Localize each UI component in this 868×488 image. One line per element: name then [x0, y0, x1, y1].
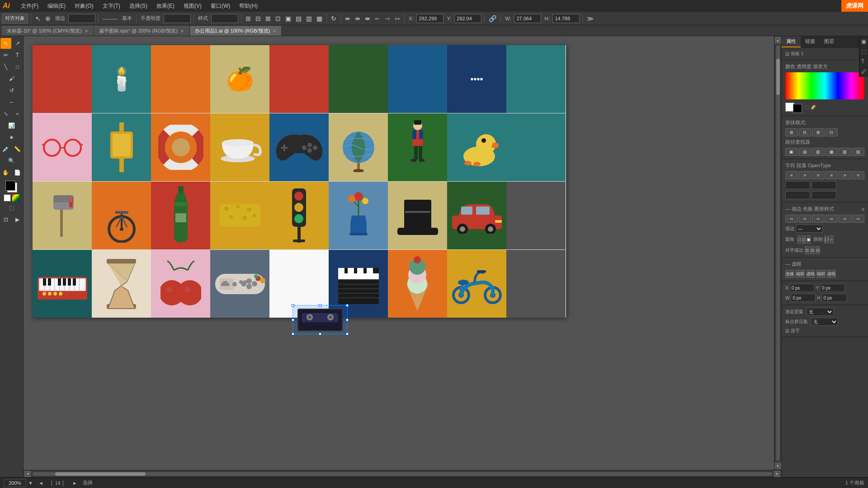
- x-pos-input[interactable]: [790, 284, 815, 292]
- tab-1-close[interactable]: ✕: [180, 28, 184, 33]
- sw-btn-4[interactable]: ═: [826, 215, 838, 223]
- char-input-3[interactable]: [785, 191, 810, 199]
- menu-object[interactable]: 对象(O): [73, 2, 95, 10]
- as-btn-1[interactable]: ⊡: [805, 246, 809, 254]
- char-input-4[interactable]: [811, 191, 836, 199]
- lock-proportions-icon[interactable]: 🔗: [487, 15, 498, 22]
- h-input[interactable]: [552, 14, 580, 23]
- dist-icon-3[interactable]: ⇼: [363, 15, 372, 22]
- right-panel-icon-3[interactable]: T: [860, 57, 867, 66]
- tab-0[interactable]: 未标题-10° @ 100% (CMYK/预览) ✕: [2, 26, 93, 36]
- align-middle-icon[interactable]: ▣: [284, 15, 292, 22]
- lim-btn-1[interactable]: |: [824, 235, 826, 244]
- selection-handle-tl[interactable]: [292, 304, 294, 307]
- page-tool[interactable]: 📄: [12, 167, 23, 178]
- h-pos-input[interactable]: [822, 294, 847, 302]
- selection-handle-tr[interactable]: [346, 304, 349, 307]
- eyedropper-tool[interactable]: 💉: [0, 144, 11, 155]
- dist-icon-4[interactable]: ⇽: [373, 15, 382, 22]
- virt-btn-2[interactable]: 端部: [796, 270, 805, 278]
- pf-btn-1[interactable]: ▣: [785, 148, 798, 156]
- panel-tab-properties[interactable]: 属性: [782, 36, 801, 47]
- y-coord-input[interactable]: [454, 14, 481, 23]
- menu-effect[interactable]: 效果(E): [155, 2, 176, 10]
- align-top-icon[interactable]: ⊡: [274, 15, 282, 22]
- dist-icon-2[interactable]: ⇻: [354, 15, 362, 22]
- selection-handle-tc[interactable]: [319, 304, 321, 307]
- color-fill-bg[interactable]: [5, 181, 18, 193]
- dist-icon-6[interactable]: ⇿: [393, 15, 401, 22]
- paint-brush[interactable]: 🖌: [6, 73, 17, 84]
- char-input-1[interactable]: [785, 181, 810, 189]
- align-bottom-icon[interactable]: ▤: [294, 15, 303, 22]
- w-input[interactable]: [514, 14, 541, 23]
- select-tool[interactable]: ↖: [0, 38, 11, 49]
- type-tool[interactable]: T: [12, 50, 23, 61]
- pf-btn-6[interactable]: ▨: [852, 148, 865, 156]
- pen-tool[interactable]: ✏: [0, 50, 11, 61]
- dist-icon-5[interactable]: ⇾: [383, 15, 392, 22]
- y-pos-input[interactable]: [820, 284, 845, 292]
- scroll-left-btn[interactable]: ◄: [24, 471, 31, 477]
- sw-btn-5[interactable]: ═: [839, 215, 851, 223]
- stroke-color-swatch[interactable]: [793, 104, 802, 113]
- virt-btn-3[interactable]: 虚线: [806, 270, 815, 278]
- nav-prev[interactable]: ◄: [38, 480, 43, 486]
- h-scrollbar[interactable]: ◄ ►: [24, 470, 781, 477]
- virt-btn-5[interactable]: 虚线: [827, 270, 836, 278]
- tab-2[interactable]: 办公用品1.ai @ 100% (RGB/预览) ✕: [190, 26, 281, 36]
- scroll-up-btn[interactable]: ▲: [775, 37, 781, 43]
- sw-btn-2[interactable]: ═: [799, 215, 811, 223]
- shape-intersect-btn[interactable]: ⊠: [812, 128, 825, 136]
- pf-btn-4[interactable]: ▦: [826, 148, 838, 156]
- text-justify-btn[interactable]: ≡: [826, 171, 838, 179]
- text-center-btn[interactable]: ≡: [799, 171, 811, 179]
- text-right-btn[interactable]: ≡: [812, 171, 825, 179]
- align-object-btn[interactable]: 对齐对象: [2, 14, 28, 23]
- presentation-btn[interactable]: ▶: [12, 214, 23, 225]
- align-mode-input[interactable]: [68, 14, 95, 23]
- w-pos-input[interactable]: [791, 294, 816, 302]
- more-options-icon[interactable]: ≫: [585, 15, 595, 22]
- rotate-tool[interactable]: ↺: [6, 85, 17, 96]
- tab-0-close[interactable]: ✕: [85, 28, 88, 33]
- zoom-tool[interactable]: 🔍: [6, 155, 17, 166]
- align-center-icon[interactable]: ⊟: [254, 15, 262, 22]
- shape-exclude-btn[interactable]: ⊡: [826, 128, 838, 136]
- menu-select[interactable]: 选择(S): [127, 2, 149, 10]
- color-spectrum-btn[interactable]: 🌈: [811, 105, 816, 109]
- pf-btn-3[interactable]: ▥: [812, 148, 825, 156]
- line-tool[interactable]: ╲: [0, 61, 11, 72]
- char-input-2[interactable]: [811, 181, 836, 189]
- selection-handle-ml[interactable]: [292, 319, 294, 321]
- menu-view[interactable]: 视图(V): [182, 2, 203, 10]
- text-opt-btn[interactable]: ≡: [852, 171, 865, 179]
- v-scroll-thumb[interactable]: [776, 59, 780, 95]
- artboard-checkbox[interactable]: ☑: [785, 52, 789, 56]
- vhs-selected[interactable]: [292, 305, 348, 334]
- direct-select-tool[interactable]: ↗: [12, 38, 23, 49]
- right-panel-icon-1[interactable]: ▣: [860, 37, 867, 46]
- distrib-v-icon[interactable]: ▦: [315, 15, 324, 22]
- selection-handle-bc[interactable]: [319, 333, 321, 335]
- sw-btn-6[interactable]: ═: [852, 215, 865, 223]
- tab-2-close[interactable]: ✕: [273, 28, 276, 33]
- as-btn-2[interactable]: ⊡: [810, 246, 815, 254]
- selection-handle-mr[interactable]: [346, 319, 349, 321]
- anchor-select[interactable]: 无: [811, 318, 838, 326]
- nav-next[interactable]: ►: [72, 480, 77, 486]
- right-panel-icon-2[interactable]: ⬚: [860, 47, 867, 56]
- corner-btn-2[interactable]: ◻: [802, 235, 806, 244]
- scale-tool[interactable]: ⤡: [0, 108, 11, 119]
- mirror-tool[interactable]: ↔: [6, 97, 17, 108]
- virt-btn-1[interactable]: 连接: [785, 270, 794, 278]
- lim-btn-3[interactable]: ⌐: [830, 235, 833, 244]
- corner-btn-1[interactable]: □: [797, 235, 801, 244]
- opacity-input[interactable]: [164, 14, 191, 23]
- text-full-btn[interactable]: ≡: [839, 171, 851, 179]
- selection-handle-bl[interactable]: [292, 333, 294, 335]
- none-color-btn[interactable]: [12, 194, 19, 202]
- menu-window[interactable]: 窗口(W): [209, 2, 232, 10]
- ligature-checkbox[interactable]: ☑: [785, 328, 789, 333]
- menu-edit[interactable]: 编辑(E): [46, 2, 67, 10]
